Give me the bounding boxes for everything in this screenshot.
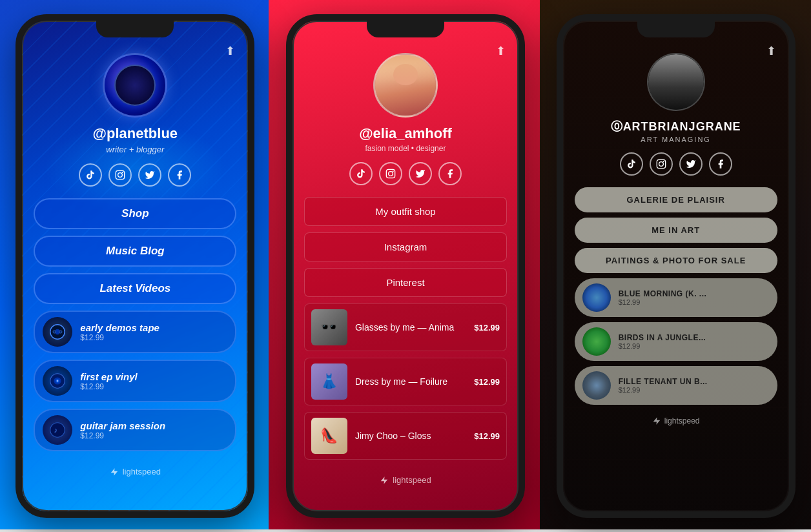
twitter-icon-phone3[interactable] [679,152,703,176]
product-price-blue-morning: $12.99 [619,298,770,306]
product-info-shoes: Jimy Choo – Gloss [355,431,466,441]
svg-point-5 [53,331,56,333]
tiktok-icon-phone1[interactable] [79,163,102,187]
lightspeed-label-phone1: lightspeed [123,467,161,476]
phone-2: ⬆ @elia_amhoff fasion model • designer M… [286,14,525,518]
product-thumb-blue-morning [582,283,611,312]
social-icons-phone3 [575,152,777,176]
avatar-phone2 [373,53,438,118]
product-first-ep[interactable]: first ep vinyl $12.99 [34,360,236,402]
product-info-tape: early demos tape $12.99 [80,322,227,342]
instagram-icon-phone1[interactable] [108,163,132,187]
product-blue-morning[interactable]: BLUE MORNING (K. ... $12.99 [575,278,777,317]
product-thumb-glasses: 🕶️ [311,309,347,345]
product-thumb-fille [582,371,611,400]
username-phone3: ⓪ARTBRIANJGRANE [575,119,777,134]
product-price-tape: $12.99 [80,333,227,342]
username-phone1: @planetblue [34,125,236,142]
latest-videos-button-phone1[interactable]: Latest Videos [34,273,236,304]
phone-3: ⬆ ⓪ARTBRIANJGRANE ART MANAGING GALERIE D… [557,14,796,518]
svg-point-2 [122,172,123,173]
phone1-content: @planetblue writer + blogger Shop Music … [22,125,248,482]
product-price-shoes: $12.99 [474,431,500,441]
product-name-dress: Dress by me — Foilure [355,376,466,387]
product-price-glasses: $12.99 [474,323,500,332]
avatar-phone3 [647,53,705,111]
product-price-birds: $12.99 [619,342,770,350]
footer-phone2: lightspeed [304,466,507,490]
product-info-glasses: Glasses by me — Anima [355,322,466,332]
instagram-icon-phone2[interactable] [379,162,402,185]
product-name-glasses: Glasses by me — Anima [355,322,466,332]
svg-rect-16 [657,159,665,168]
product-name-blue-morning: BLUE MORNING (K. ... [619,289,770,298]
product-name-vinyl: first ep vinyl [80,371,227,382]
svg-rect-0 [116,170,125,179]
share-icon-phone1[interactable]: ⬆ [225,44,235,58]
product-price-vinyl: $12.99 [80,382,227,391]
social-icons-phone1 [34,163,236,187]
share-icon-phone3[interactable]: ⬆ [766,44,776,58]
product-dress[interactable]: 👗 Dress by me — Foilure $12.99 [304,358,507,405]
product-thumb-vinyl [43,366,72,396]
product-guitar-jam[interactable]: ♪ guitar jam session $12.99 [34,409,236,451]
product-name-guitar: guitar jam session [80,420,227,431]
lightspeed-label-phone3: lightspeed [664,416,700,425]
product-shoes[interactable]: 👠 Jimy Choo – Gloss $12.99 [304,412,507,460]
product-price-fille: $12.99 [619,386,770,394]
product-info-fille: FILLE TENANT UN B... $12.99 [619,377,770,394]
facebook-icon-phone1[interactable] [168,163,191,187]
product-thumb-shoes: 👠 [311,418,347,454]
product-birds[interactable]: BIRDS IN A JUNGLE... $12.99 [575,322,777,361]
facebook-icon-phone3[interactable] [709,152,732,176]
tagline-phone2: fasion model • designer [304,144,507,153]
shop-button-phone1[interactable]: Shop [34,198,236,229]
product-name-fille: FILLE TENANT UN B... [619,377,770,386]
product-thumb-dress: 👗 [311,363,347,400]
tagline-phone3: ART MANAGING [575,136,777,143]
product-thumb-birds [582,327,611,356]
phone2-content: @elia_amhoff fasion model • designer My … [293,125,518,490]
phone3-content: ⓪ARTBRIANJGRANE ART MANAGING GALERIE DE … [563,119,789,428]
product-thumb-tape [43,317,72,347]
product-info-guitar: guitar jam session $12.99 [80,420,227,440]
svg-point-11 [50,423,65,437]
phone-1: ⬆ @planetblue writer + blogger Shop Musi… [15,14,254,518]
music-blog-button-phone1[interactable]: Music Blog [34,236,236,267]
pinterest-button[interactable]: Pinterest [304,268,507,297]
avatar-silhouette-phone2 [375,55,436,116]
product-glasses[interactable]: 🕶️ Glasses by me — Anima $12.99 [304,303,507,351]
share-icon-phone2[interactable]: ⬆ [496,44,506,58]
twitter-icon-phone2[interactable] [409,162,432,185]
logo-avatar-phone1 [103,53,167,118]
username-phone2: @elia_amhoff [304,125,507,142]
lightspeed-label-phone2: lightspeed [393,475,431,485]
svg-text:♪: ♪ [54,426,58,434]
svg-point-18 [662,161,664,162]
product-info-blue-morning: BLUE MORNING (K. ... $12.99 [619,289,770,306]
paintings-button[interactable]: PAITINGS & PHOTO FOR SALE [575,248,777,273]
product-name-tape: early demos tape [80,322,227,333]
tiktok-icon-phone3[interactable] [620,152,643,176]
product-name-birds: BIRDS IN A JUNGLE... [619,333,770,342]
product-info-vinyl: first ep vinyl $12.99 [80,371,227,391]
facebook-icon-phone2[interactable] [438,162,462,185]
footer-phone1: lightspeed [34,458,236,482]
footer-phone3: lightspeed [575,410,777,428]
svg-point-1 [118,173,123,178]
tiktok-icon-phone2[interactable] [349,162,373,185]
instagram-icon-phone3[interactable] [650,152,673,176]
svg-point-14 [389,172,393,176]
product-fille[interactable]: FILLE TENANT UN B... $12.99 [575,366,777,405]
avatar-silhouette-phone3 [648,54,704,110]
twitter-icon-phone1[interactable] [138,163,161,187]
galerie-button[interactable]: GALERIE DE PLAISIR [575,187,777,212]
product-info-birds: BIRDS IN A JUNGLE... $12.99 [619,333,770,350]
product-early-demos[interactable]: early demos tape $12.99 [34,311,236,353]
social-icons-phone2 [304,162,507,185]
me-in-art-button[interactable]: ME IN ART [575,218,777,243]
svg-rect-13 [386,169,395,178]
instagram-button[interactable]: Instagram [304,232,507,261]
tagline-phone1: writer + blogger [34,145,236,154]
outfit-shop-button[interactable]: My outfit shop [304,197,507,226]
